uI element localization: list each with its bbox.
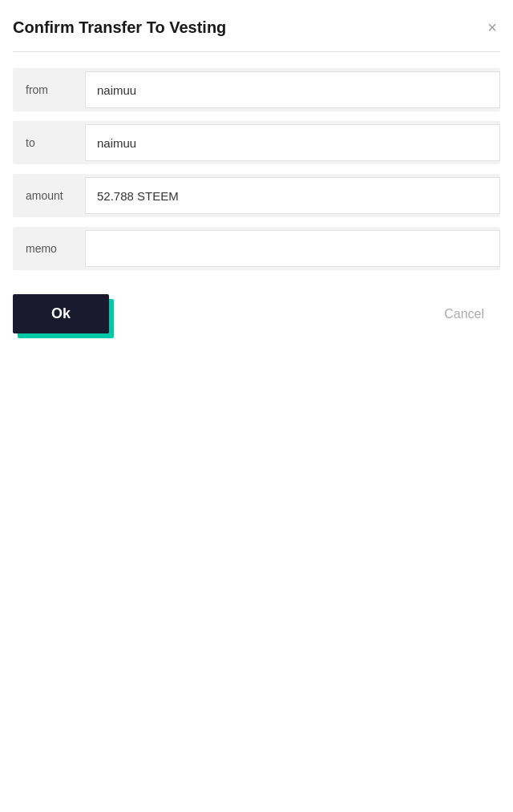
header-divider: [13, 51, 500, 52]
from-value: naimuu: [85, 71, 500, 108]
close-button[interactable]: ×: [484, 16, 500, 38]
from-label: from: [13, 83, 85, 96]
to-value: naimuu: [85, 124, 500, 161]
cancel-button[interactable]: Cancel: [428, 296, 500, 333]
memo-label: memo: [13, 242, 85, 255]
memo-value[interactable]: [85, 230, 500, 267]
to-field-row: to naimuu: [13, 121, 500, 164]
ok-button[interactable]: Ok: [13, 294, 109, 333]
buttons-row: Ok Cancel: [13, 294, 500, 333]
amount-field-row: amount 52.788 STEEM: [13, 174, 500, 217]
from-field-row: from naimuu: [13, 68, 500, 111]
dialog-header: Confirm Transfer To Vesting ×: [13, 16, 500, 38]
amount-value: 52.788 STEEM: [85, 177, 500, 214]
confirm-transfer-dialog: Confirm Transfer To Vesting × from naimu…: [0, 0, 513, 358]
dialog-title: Confirm Transfer To Vesting: [13, 18, 226, 37]
to-label: to: [13, 136, 85, 149]
amount-label: amount: [13, 189, 85, 202]
memo-field-row: memo: [13, 227, 500, 270]
ok-btn-wrapper: Ok: [13, 294, 109, 333]
